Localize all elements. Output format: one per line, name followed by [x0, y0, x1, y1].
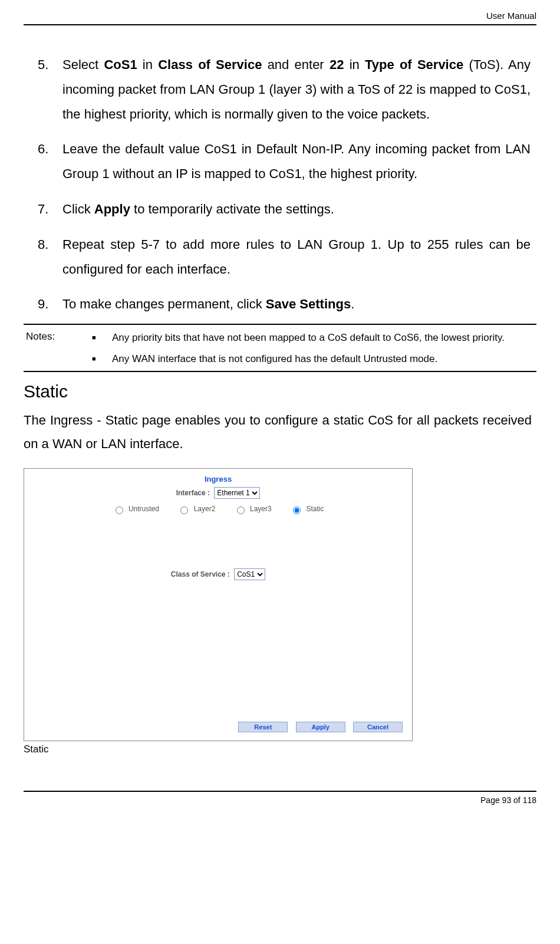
notes-block: Notes: ■ Any priority bits that have not…: [24, 325, 536, 370]
text: and enter: [262, 57, 330, 72]
radio-layer3-label: Layer3: [250, 505, 272, 513]
panel-title: Ingress: [34, 475, 403, 483]
header-rule: [24, 24, 536, 25]
list-number: 7.: [38, 197, 62, 222]
radio-layer2-label: Layer2: [194, 505, 216, 513]
section-heading: Static: [24, 381, 536, 402]
text: in: [344, 57, 365, 72]
radio-untrusted[interactable]: Untrusted: [113, 505, 162, 513]
notes-label: Notes:: [24, 331, 92, 370]
bold-text: Type of Service: [365, 57, 463, 72]
section-body: The Ingress - Static page enables you to…: [24, 409, 536, 456]
reset-button[interactable]: Reset: [238, 722, 288, 732]
radio-untrusted-label: Untrusted: [129, 505, 159, 513]
radio-untrusted-input[interactable]: [116, 506, 123, 514]
list-body: Select CoS1 in Class of Service and ente…: [62, 52, 531, 126]
list-item: 6. Leave the default value CoS1 in Defau…: [38, 137, 531, 186]
page-number: Page 93 of 118: [24, 795, 536, 805]
apply-button[interactable]: Apply: [296, 722, 345, 732]
bold-text: Class of Service: [158, 57, 262, 72]
list-item: 5. Select CoS1 in Class of Service and e…: [38, 52, 531, 126]
cos-label: Class of Service :: [171, 570, 230, 578]
radio-layer3-input[interactable]: [237, 506, 245, 514]
list-item: 8. Repeat step 5-7 to add more rules to …: [38, 232, 531, 282]
ingress-panel: Ingress Interface : Ethernet 1 Untrusted…: [24, 468, 413, 741]
button-row: Reset Apply Cancel: [34, 722, 403, 732]
radio-layer2-input[interactable]: [180, 506, 188, 514]
header-label: User Manual: [24, 11, 536, 24]
cos-row: Class of Service : CoS1: [34, 568, 403, 580]
mode-radio-group: Untrusted Layer2 Layer3 Static: [34, 505, 403, 514]
note-text: Any WAN interface that is not configured…: [112, 352, 437, 366]
list-item: 9. To make changes permanent, click Save…: [38, 292, 531, 317]
notes-list: ■ Any priority bits that have not been m…: [92, 331, 536, 370]
text: in: [137, 57, 159, 72]
note-text: Any priority bits that have not been map…: [112, 331, 505, 345]
footer-rule: [24, 791, 536, 792]
list-number: 6.: [38, 137, 62, 186]
text: To make changes permanent, click: [62, 297, 266, 311]
radio-layer2[interactable]: Layer2: [177, 505, 217, 513]
list-body: Leave the default value CoS1 in Default …: [62, 137, 531, 186]
note-item: ■ Any priority bits that have not been m…: [92, 331, 531, 345]
bullet-icon: ■: [92, 331, 112, 345]
bold-text: CoS1: [104, 57, 137, 72]
radio-layer3[interactable]: Layer3: [234, 505, 274, 513]
list-number: 5.: [38, 52, 62, 126]
bold-text: Apply: [94, 202, 130, 216]
list-item: 7. Click Apply to temporarily activate t…: [38, 197, 531, 222]
main-content: 5. Select CoS1 in Class of Service and e…: [24, 52, 536, 317]
radio-static[interactable]: Static: [290, 505, 324, 513]
list-body: To make changes permanent, click Save Se…: [62, 292, 531, 317]
cancel-button[interactable]: Cancel: [353, 722, 403, 732]
note-item: ■ Any WAN interface that is not configur…: [92, 352, 531, 366]
text: Select: [62, 57, 104, 72]
bold-text: Save Settings: [266, 297, 351, 311]
text: Click: [62, 202, 94, 216]
document-page: User Manual 5. Select CoS1 in Class of S…: [0, 0, 560, 944]
radio-static-label: Static: [306, 505, 324, 513]
list-number: 9.: [38, 292, 62, 317]
interface-label: Interface :: [176, 489, 210, 497]
interface-row: Interface : Ethernet 1: [34, 487, 403, 499]
screenshot-figure: Ingress Interface : Ethernet 1 Untrusted…: [24, 468, 536, 755]
interface-select[interactable]: Ethernet 1: [214, 487, 260, 499]
list-number: 8.: [38, 232, 62, 282]
radio-static-input[interactable]: [293, 506, 301, 514]
text: to temporarily activate the settings.: [130, 202, 334, 216]
text: .: [351, 297, 354, 311]
figure-caption: Static: [24, 744, 536, 755]
list-body: Click Apply to temporarily activate the …: [62, 197, 531, 222]
bold-text: 22: [330, 57, 344, 72]
cos-select[interactable]: CoS1: [234, 568, 265, 580]
notes-bottom-rule: [24, 371, 536, 372]
bullet-icon: ■: [92, 352, 112, 366]
list-body: Repeat step 5-7 to add more rules to LAN…: [62, 232, 531, 282]
